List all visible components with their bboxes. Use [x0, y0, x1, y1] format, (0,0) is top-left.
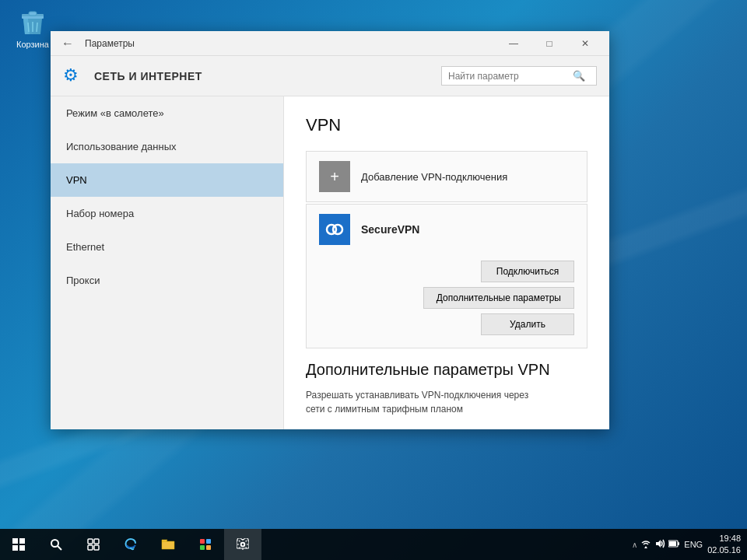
secure-vpn-card: SecureVPN Подключиться Дополнительные па…: [306, 204, 587, 348]
svg-line-13: [58, 546, 61, 550]
maximize-button[interactable]: □: [531, 31, 567, 56]
systray-arrow[interactable]: ∧: [632, 541, 637, 549]
svg-point-12: [51, 540, 58, 547]
search-icon[interactable]: 🔍: [573, 70, 585, 82]
window-header: ⚙ СЕТЬ И ИНТЕРНЕТ 🔍: [51, 56, 609, 96]
file-explorer-button[interactable]: [149, 529, 187, 560]
delete-button[interactable]: Удалить: [481, 313, 574, 335]
recycle-bin-icon[interactable]: Корзина: [9, 9, 56, 49]
settings-taskbar-button[interactable]: [224, 529, 261, 560]
clock-time: 19:48: [707, 533, 741, 544]
vpn-section-title: VPN: [306, 115, 587, 135]
close-button[interactable]: ✕: [567, 31, 603, 56]
add-vpn-card[interactable]: + Добавление VPN-подключения: [306, 151, 587, 202]
svg-rect-14: [88, 539, 93, 544]
taskbar-right: ∧: [632, 533, 747, 557]
sidebar-item-proxy[interactable]: Прокси: [51, 264, 283, 297]
systray-network-icon: [640, 539, 651, 551]
search-box: 🔍: [441, 66, 597, 86]
svg-point-7: [333, 225, 342, 234]
sidebar-item-airplane[interactable]: Режим «в самолете»: [51, 96, 283, 130]
back-button[interactable]: ←: [57, 35, 79, 52]
additional-vpn-section: Дополнительные параметры VPN Разрешать у…: [306, 361, 587, 416]
task-view-button[interactable]: [75, 529, 112, 560]
minimize-button[interactable]: —: [496, 31, 531, 56]
systray[interactable]: ∧: [632, 539, 703, 551]
sidebar-item-vpn[interactable]: VPN: [51, 163, 283, 197]
edge-button[interactable]: [112, 529, 149, 560]
svg-point-22: [241, 543, 245, 547]
taskbar-left: [0, 529, 261, 560]
clock-date: 02.05.16: [707, 544, 741, 556]
svg-rect-17: [94, 545, 99, 550]
svg-line-5: [37, 23, 37, 32]
secure-vpn-name: SecureVPN: [361, 223, 419, 236]
settings-window: ← Параметры — □ ✕ ⚙ СЕТЬ И ИНТЕРНЕТ 🔍 Ре…: [51, 31, 609, 429]
svg-rect-25: [678, 542, 679, 545]
svg-rect-16: [88, 545, 93, 550]
settings-icon: ⚙: [63, 65, 85, 87]
recycle-bin-label: Корзина: [16, 40, 49, 49]
secure-vpn-icon: [319, 214, 350, 245]
desktop: Корзина ← Параметры — □ ✕ ⚙ СЕТЬ И ИНТЕР…: [0, 0, 747, 560]
additional-desc: Разрешать устанавливать VPN-подключения …: [306, 388, 587, 416]
systray-lang[interactable]: ENG: [684, 540, 703, 549]
window-controls: — □ ✕: [496, 31, 603, 56]
store-button[interactable]: [187, 529, 224, 560]
connect-button[interactable]: Подключиться: [481, 261, 574, 282]
recycle-bin-graphic: [19, 9, 47, 37]
taskbar: ∧: [0, 529, 747, 560]
main-content: VPN + Добавление VPN-подключения: [284, 96, 609, 429]
svg-rect-15: [94, 539, 99, 544]
content-area: Режим «в самолете» Использование данных …: [51, 96, 609, 429]
svg-rect-21: [206, 545, 211, 550]
svg-rect-24: [669, 541, 676, 546]
search-button[interactable]: [37, 529, 75, 560]
sidebar-item-dial-up[interactable]: Набор номера: [51, 197, 283, 230]
additional-title: Дополнительные параметры VPN: [306, 361, 587, 379]
sidebar-item-ethernet[interactable]: Ethernet: [51, 230, 283, 264]
add-vpn-icon: +: [319, 161, 350, 192]
svg-rect-8: [12, 538, 18, 544]
svg-rect-19: [206, 539, 211, 544]
sidebar-item-data-usage[interactable]: Использование данных: [51, 130, 283, 163]
header-title: СЕТЬ И ИНТЕРНЕТ: [94, 70, 441, 82]
search-input[interactable]: [448, 71, 573, 82]
title-bar: ← Параметры — □ ✕: [51, 31, 609, 56]
svg-line-3: [28, 23, 29, 32]
svg-rect-20: [200, 545, 205, 550]
vpn-buttons: Подключиться Дополнительные параметры Уд…: [307, 254, 587, 348]
systray-volume-icon: [654, 539, 665, 551]
svg-rect-2: [29, 12, 37, 16]
secure-vpn-header[interactable]: SecureVPN: [307, 205, 587, 254]
add-vpn-label: Добавление VPN-подключения: [361, 171, 507, 183]
svg-rect-9: [19, 538, 25, 544]
systray-battery-icon: [668, 539, 679, 550]
svg-rect-11: [19, 545, 25, 551]
taskbar-clock[interactable]: 19:48 02.05.16: [707, 533, 741, 557]
svg-rect-18: [200, 539, 205, 544]
svg-rect-10: [12, 545, 18, 551]
start-button[interactable]: [0, 529, 37, 560]
window-title: Параметры: [85, 38, 496, 49]
advanced-settings-button[interactable]: Дополнительные параметры: [423, 287, 574, 309]
sidebar: Режим «в самолете» Использование данных …: [51, 96, 284, 429]
